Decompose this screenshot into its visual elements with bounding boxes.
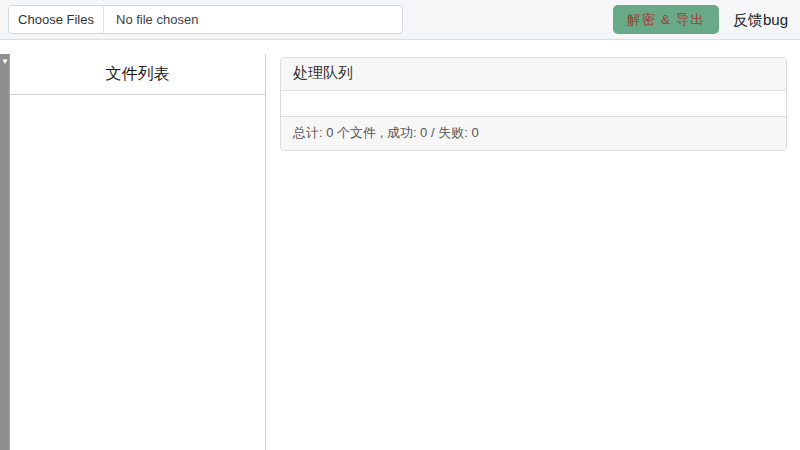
feedback-bug-link[interactable]: 反馈bug [733, 0, 788, 40]
file-list-panel: ▼ 文件列表 [0, 54, 266, 450]
app-window: Choose Files No file chosen 解密 & 导出 反馈bu… [0, 0, 800, 450]
decrypt-export-button[interactable]: 解密 & 导出 [613, 5, 719, 34]
file-list-area [10, 96, 265, 450]
queue-panel-title: 处理队列 [281, 58, 786, 91]
file-chosen-status: No file chosen [104, 6, 198, 33]
processing-queue-panel: 处理队列 总计: 0 个文件 , 成功: 0 / 失败: 0 [280, 57, 787, 151]
top-toolbar: Choose Files No file chosen 解密 & 导出 反馈bu… [0, 0, 800, 40]
file-input[interactable]: Choose Files No file chosen [8, 5, 403, 34]
file-list-scrollbar[interactable]: ▼ [0, 54, 10, 450]
queue-summary: 总计: 0 个文件 , 成功: 0 / 失败: 0 [281, 116, 786, 150]
choose-files-button[interactable]: Choose Files [9, 6, 104, 33]
scrollbar-down-arrow-icon[interactable]: ▼ [0, 57, 10, 67]
file-list-title: 文件列表 [10, 54, 265, 95]
queue-list [281, 91, 786, 116]
